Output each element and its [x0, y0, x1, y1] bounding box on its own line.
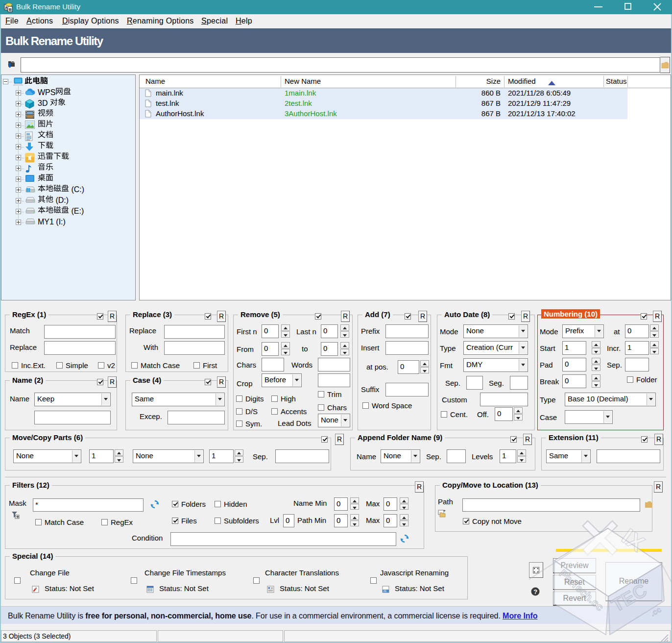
- svg-text:JS: JS: [383, 590, 386, 593]
- svg-text:B: B: [9, 7, 12, 12]
- svg-text:A: A: [5, 5, 8, 10]
